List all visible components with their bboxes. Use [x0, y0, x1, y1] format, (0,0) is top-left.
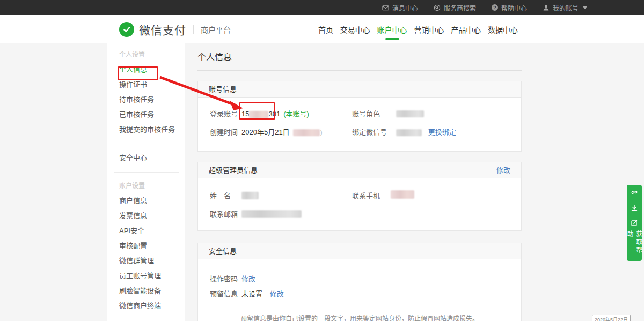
user-icon: [543, 4, 550, 11]
brand-name: 微信支付: [139, 21, 186, 38]
nav-account-center[interactable]: 账户中心: [377, 15, 407, 43]
nav-data-center[interactable]: 数据中心: [488, 15, 518, 43]
sidebar-item-personal-info[interactable]: 个人信息: [107, 62, 185, 77]
reserve-info-status: 未设置: [241, 290, 262, 298]
page-body: 个人设置 个人信息 操作证书 待审核任务 已审核任务 我提交的审核任务 安全中心…: [0, 43, 644, 321]
title-divider: [197, 70, 522, 71]
topbar-item-label: 我的账号: [553, 3, 579, 12]
main-content: 个人信息 账号信息 登录账号 15301(本账号) 账号角色 创建时间: [197, 43, 522, 321]
sidebar-item-pending-review-tasks[interactable]: 待审核任务: [107, 92, 185, 107]
sidebar-item-reviewed-tasks[interactable]: 已审核任务: [107, 107, 185, 122]
sidebar-item-staff-account-mgmt[interactable]: 员工账号管理: [107, 268, 185, 283]
security-info-panel: 安全信息 操作密码 修改 预留信息 未设置 修改 预留信息是由你自己设置的一段文…: [197, 243, 522, 321]
portal-name: 商户平台: [201, 24, 231, 35]
rebind-wechat-link[interactable]: 更换绑定: [428, 128, 456, 136]
topbar-item-help-center[interactable]: 帮助中心: [484, 0, 535, 15]
sidebar-item-security-center[interactable]: 安全中心: [107, 151, 185, 166]
topbar-item-label: 消息中心: [392, 3, 418, 12]
chevron-down-icon: [583, 6, 587, 9]
sidebar-item-invoice-info[interactable]: 发票信息: [107, 208, 185, 223]
topbar-item-provider-search[interactable]: 服务商搜索: [426, 0, 484, 15]
link-icon: [631, 189, 638, 196]
nav-marketing-center[interactable]: 营销中心: [414, 15, 444, 43]
created-time-tail: ): [320, 128, 322, 136]
sidebar-item-merchant-terminal[interactable]: 微信商户终端: [107, 298, 185, 313]
topbar-item-my-account[interactable]: 我的账号: [535, 0, 595, 15]
link-button[interactable]: [627, 185, 642, 200]
account-info-panel-body: 登录账号 15301(本账号) 账号角色 创建时间 2020年5月21日 ): [198, 98, 521, 151]
admin-name-label: 姓 名: [210, 192, 231, 200]
masked-contact-email: [241, 210, 302, 218]
nav-home[interactable]: 首页: [318, 15, 333, 43]
super-admin-panel-title: 超级管理员信息: [209, 166, 258, 174]
nav-transaction-center[interactable]: 交易中心: [340, 15, 370, 43]
search-circle-icon: [434, 4, 441, 11]
super-admin-panel-header: 超级管理员信息 修改: [198, 162, 521, 178]
sidebar-header-personal-settings: 个人设置: [107, 48, 185, 62]
reserve-info-description: 预留信息是由你自己设置的一段文字，用来鉴定网站身份，防止假冒网站造成损失。 配置…: [240, 314, 519, 321]
account-role-label: 账号角色: [352, 110, 380, 118]
reserve-info-edit-link[interactable]: 修改: [270, 290, 284, 298]
sidebar-divider: [114, 144, 179, 144]
contact-phone-label: 联系手机: [352, 192, 380, 200]
created-time-value: 2020年5月21日: [241, 128, 290, 136]
brand: 微信支付 商户平台: [119, 15, 231, 43]
get-help-button[interactable]: 获取帮助: [627, 230, 642, 261]
edit-icon: [631, 219, 638, 227]
download-icon: [631, 204, 638, 212]
question-circle-icon: [492, 4, 498, 11]
security-info-panel-body: 操作密码 修改 预留信息 未设置 修改 预留信息是由你自己设置的一段文字，用来鉴…: [198, 259, 521, 321]
super-admin-panel-body: 姓 名 联系手机 联系邮箱: [198, 178, 521, 230]
nav-product-center[interactable]: 产品中心: [451, 15, 481, 43]
contact-email-label: 联系邮箱: [210, 210, 238, 218]
main-nav: 首页 交易中心 账户中心 营销中心 产品中心 数据中心: [318, 15, 518, 43]
topbar-menu: 消息中心 服务商搜索 帮助中心 我的账号: [375, 0, 595, 15]
login-account-prefix: 15: [241, 110, 249, 118]
sidebar-item-my-submitted-tasks[interactable]: 我提交的审核任务: [107, 122, 185, 137]
floating-help-panel: 获取帮助: [627, 185, 642, 261]
sidebar-item-api-security[interactable]: API安全: [107, 223, 185, 238]
super-admin-panel: 超级管理员信息 修改 姓 名 联系手机 联系邮箱: [197, 162, 522, 231]
super-admin-edit-link[interactable]: 修改: [496, 162, 510, 178]
sidebar: 个人设置 个人信息 操作证书 待审核任务 已审核任务 我提交的审核任务 安全中心…: [107, 43, 185, 321]
masked-contact-phone: [391, 190, 414, 199]
reserve-desc-line1: 预留信息是由你自己设置的一段文字，用来鉴定网站身份，防止假冒网站造成损失。: [240, 314, 519, 321]
feedback-button[interactable]: [627, 215, 642, 230]
wechat-pay-logo-icon: [119, 22, 134, 37]
wechat-pay-merchant-portal: { "topbar": { "items": [ { "label": "消息中…: [0, 0, 644, 321]
masked-created-time: [293, 129, 320, 136]
masked-login-account: [249, 111, 268, 118]
topbar: 消息中心 服务商搜索 帮助中心 我的账号: [0, 0, 644, 15]
sidebar-item-operation-certificate[interactable]: 操作证书: [107, 77, 185, 92]
login-account-suffix: 301: [268, 110, 280, 118]
sidebar-item-wechat-group-mgmt[interactable]: 微信群管理: [107, 253, 185, 268]
date-tooltip: 2020年5月22日: [592, 315, 631, 321]
sidebar-item-face-device[interactable]: 刷脸智能设备: [107, 283, 185, 298]
account-info-panel-title: 账号信息: [198, 81, 521, 98]
sidebar-item-merchant-info[interactable]: 商户信息: [107, 193, 185, 208]
sidebar-header-account-settings: 账户设置: [107, 179, 185, 193]
envelope-icon: [382, 4, 389, 11]
download-button[interactable]: [627, 200, 642, 215]
login-account-label: 登录账号: [210, 110, 238, 118]
created-time-label: 创建时间: [210, 128, 238, 136]
sidebar-divider: [114, 172, 179, 173]
current-account-note: (本账号): [283, 110, 309, 118]
sidebar-item-review-config[interactable]: 审核配置: [107, 238, 185, 253]
operation-password-edit-link[interactable]: 修改: [241, 275, 255, 283]
masked-admin-name: [241, 192, 259, 199]
topbar-item-label: 服务商搜索: [444, 3, 476, 12]
bound-wechat-label: 绑定微信号: [352, 128, 387, 136]
header: 微信支付 商户平台 首页 交易中心 账户中心 营销中心 产品中心 数据中心: [0, 15, 644, 43]
page-title: 个人信息: [197, 43, 522, 63]
masked-account-role: [396, 110, 424, 117]
account-info-panel: 账号信息 登录账号 15301(本账号) 账号角色 创建时间 20: [197, 81, 522, 152]
operation-password-label: 操作密码: [210, 275, 238, 283]
brand-divider: [193, 25, 194, 34]
topbar-item-messages[interactable]: 消息中心: [375, 0, 426, 15]
masked-bound-wechat: [396, 129, 422, 136]
reserve-info-label: 预留信息: [210, 290, 238, 298]
security-info-panel-title: 安全信息: [198, 243, 521, 259]
topbar-item-label: 帮助中心: [501, 3, 527, 12]
